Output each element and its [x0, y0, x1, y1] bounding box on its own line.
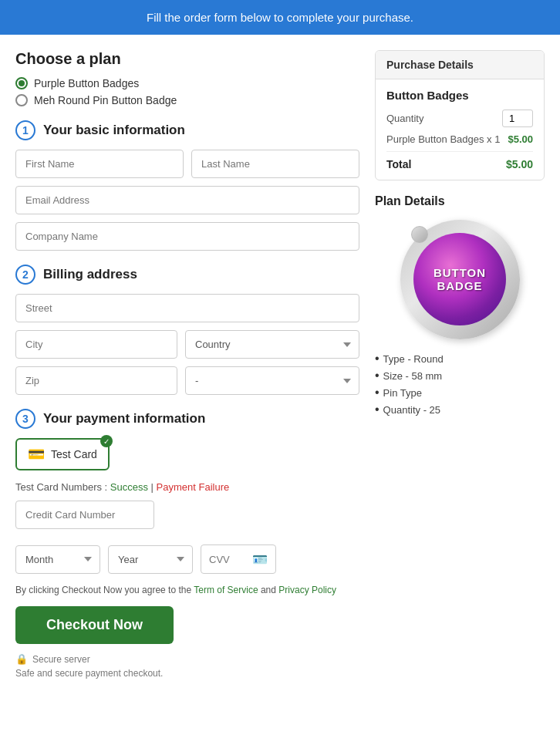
payment-expiry-row: Month Year 🪪	[15, 545, 359, 574]
cvv-card-icon: 🪪	[252, 552, 268, 567]
email-input[interactable]	[15, 186, 359, 214]
privacy-policy-link[interactable]: Privacy Policy	[278, 585, 336, 595]
top-banner: Fill the order form below to complete yo…	[0, 0, 560, 35]
section3-header: 3 Your payment information	[15, 409, 359, 429]
left-panel: Choose a plan Purple Button Badges Meh R…	[15, 50, 359, 720]
pd-item-price: $5.00	[508, 133, 533, 145]
company-name-input[interactable]	[15, 222, 359, 251]
pd-total-row: Total $5.00	[386, 151, 533, 170]
pd-quantity-label: Quantity	[386, 113, 423, 124]
city-input[interactable]	[15, 330, 177, 359]
main-content: Choose a plan Purple Button Badges Meh R…	[0, 35, 560, 735]
radio-purple-badge[interactable]	[15, 77, 28, 89]
cc-number-row	[15, 501, 359, 537]
section2-number: 2	[15, 265, 35, 285]
test-card-numbers-label: Test Card Numbers :	[15, 481, 107, 493]
badge-image: BUTTONBADGE	[398, 217, 521, 341]
card-icon: 💳	[28, 446, 45, 463]
banner-text: Fill the order form below to complete yo…	[147, 11, 413, 24]
list-item: Quantity - 25	[375, 403, 545, 416]
street-input[interactable]	[15, 294, 359, 322]
failure-link[interactable]: Payment Failure	[157, 481, 230, 493]
pd-total-label: Total	[386, 158, 411, 170]
radio-meh-badge[interactable]	[15, 94, 28, 106]
success-link[interactable]: Success	[110, 481, 148, 493]
year-select[interactable]: Year	[108, 545, 193, 574]
pd-product-name: Button Badges	[386, 89, 533, 102]
plan-label-1: Purple Button Badges	[34, 77, 139, 89]
lock-icon: 🔒	[15, 653, 28, 665]
section1-header: 1 Your basic information	[15, 120, 359, 140]
pd-item-label: Purple Button Badges x 1	[386, 133, 500, 145]
terms-text: By clicking Checkout Now you agree to th…	[15, 585, 359, 595]
street-row	[15, 294, 359, 322]
pd-quantity-input[interactable]	[502, 110, 533, 127]
plan-label-2: Meh Round Pin Button Badge	[34, 94, 177, 106]
first-name-input[interactable]	[15, 150, 184, 178]
zip-input[interactable]	[15, 366, 177, 395]
cc-number-input[interactable]	[15, 501, 154, 529]
state-select[interactable]: -	[185, 366, 359, 395]
section1-title: Your basic information	[43, 123, 185, 138]
company-row	[15, 222, 359, 251]
choose-plan-title: Choose a plan	[15, 50, 359, 68]
badge-small-circle	[411, 226, 428, 243]
section2-title: Billing address	[43, 267, 137, 282]
test-card-box[interactable]: 💳 Test Card ✓	[15, 438, 110, 470]
plan-details-list: Type - Round Size - 58 mm Pin Type Quant…	[375, 352, 545, 416]
terms-mid: and	[261, 585, 278, 595]
secure-row: 🔒 Secure server	[15, 653, 359, 665]
city-country-row: Country	[15, 330, 359, 359]
pd-item-row: Purple Button Badges x 1 $5.00	[386, 133, 533, 145]
zip-state-row: -	[15, 366, 359, 395]
secure-label: Secure server	[32, 654, 90, 665]
name-row	[15, 150, 359, 178]
plan-option-1[interactable]: Purple Button Badges	[15, 77, 359, 89]
section3-number: 3	[15, 409, 35, 429]
month-select[interactable]: Month	[15, 545, 100, 574]
list-item: Type - Round	[375, 352, 545, 366]
test-card-label: Test Card	[51, 448, 97, 460]
section2-header: 2 Billing address	[15, 265, 359, 285]
list-item: Pin Type	[375, 386, 545, 400]
purchase-details-box: Purchase Details Button Badges Quantity …	[375, 50, 545, 180]
purchase-details-header: Purchase Details	[376, 51, 544, 79]
list-item: Size - 58 mm	[375, 369, 545, 383]
country-select[interactable]: Country	[185, 330, 359, 359]
plan-details-title: Plan Details	[375, 194, 545, 208]
email-row	[15, 186, 359, 214]
checkout-now-button[interactable]: Checkout Now	[15, 606, 174, 644]
last-name-input[interactable]	[191, 150, 359, 178]
check-badge: ✓	[100, 435, 113, 447]
badge-outer: BUTTONBADGE	[400, 220, 520, 339]
page-wrapper: Fill the order form below to complete yo…	[0, 0, 560, 735]
section1-number: 1	[15, 120, 35, 140]
terms-of-service-link[interactable]: Term of Service	[194, 585, 258, 595]
terms-before: By clicking Checkout Now you agree to th…	[15, 585, 194, 595]
pd-total-price: $5.00	[506, 158, 533, 170]
cvv-wrapper: 🪪	[201, 545, 276, 574]
purchase-details-body: Button Badges Quantity Purple Button Bad…	[376, 79, 544, 180]
right-panel: Purchase Details Button Badges Quantity …	[375, 50, 545, 720]
badge-inner: BUTTONBADGE	[413, 233, 506, 325]
test-card-numbers-row: Test Card Numbers : Success | Payment Fa…	[15, 481, 359, 493]
cvv-input[interactable]	[209, 554, 248, 565]
section3-title: Your payment information	[43, 411, 205, 427]
plan-option-2[interactable]: Meh Round Pin Button Badge	[15, 94, 359, 106]
pd-quantity-row: Quantity	[386, 110, 533, 127]
safe-text: Safe and secure payment checkout.	[15, 668, 359, 679]
